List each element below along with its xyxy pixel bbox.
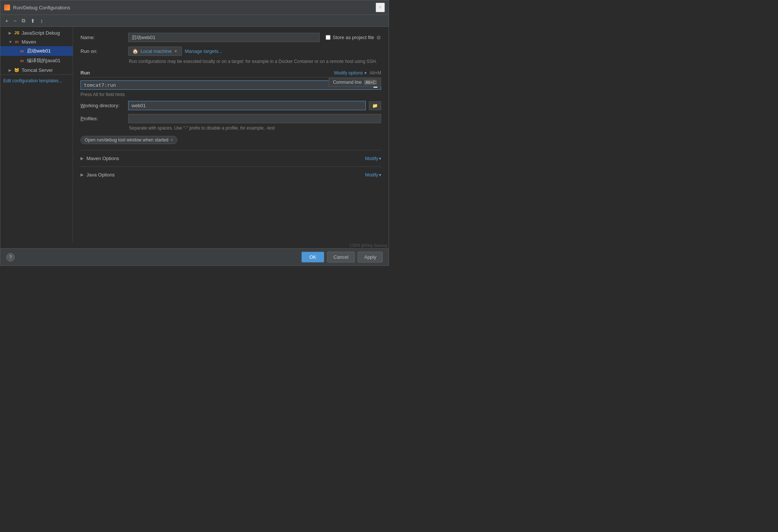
sidebar-item-maven[interactable]: ▼ m Maven [0,37,73,46]
maven-options-header[interactable]: ▶ Maven Options Modify ▾ [80,154,381,163]
chevron-down-icon: ▾ [364,70,367,76]
manage-targets-link[interactable]: Manage targets... [185,48,222,54]
bottom-container: CSDN @Ding Jiaxlong ? OK Cancel Apply [0,243,389,265]
settings-gear-icon[interactable]: ⚙ [376,35,381,41]
java-options-arrow: ▶ [80,172,83,177]
profiles-input[interactable] [128,114,381,123]
sidebar: ▶ JS JavaScript Debug ▼ m Maven m 启动web0… [0,27,73,243]
edit-templates-link[interactable]: Edit configuration templates... [3,78,62,83]
title-bar: Run/Debug Configurations × [0,0,389,15]
maven-item-icon-2: m [19,58,25,64]
run-section-title: Run [80,70,90,76]
java-modify-label: Modify [365,172,378,178]
js-icon: JS [14,30,20,36]
field-hints: Press Alt for field hints [80,92,381,97]
maven-options-title-group: ▶ Maven Options [80,156,119,161]
java-options-title-group: ▶ Java Options [80,172,115,178]
apply-button[interactable]: Apply [358,252,383,262]
main-content: ▶ JS JavaScript Debug ▼ m Maven m 启动web0… [0,27,389,243]
maven-item-icon: m [19,48,25,54]
sidebar-item-label: Tomcat Server [22,67,53,73]
tag-close-button[interactable]: × [171,137,173,143]
sidebar-item-tomcat-server[interactable]: ▶ 🐱 Tomcat Server [0,66,73,74]
profiles-row: Profiles: [80,114,381,123]
name-section: Name: [80,33,320,42]
sidebar-item-label: JavaScript Debug [22,30,60,36]
java-options-label: Java Options [86,172,115,178]
working-dir-row: Working directory: 📁 [80,101,381,110]
maven-options-arrow: ▶ [80,156,83,161]
maven-modify-chevron-icon: ▾ [379,156,381,161]
working-dir-input[interactable] [128,101,366,110]
open-tool-window-tag: Open run/debug tool window when started … [80,136,177,144]
move-config-button[interactable]: ⬆ [29,17,37,25]
java-options-modify-button[interactable]: Modify ▾ [365,172,381,178]
java-options-section: ▶ Java Options Modify ▾ [80,166,381,183]
tomcat-icon: 🐱 [14,67,20,73]
tag-row: Open run/debug tool window when started … [80,136,381,144]
home-icon: 🏠 [132,48,138,54]
java-modify-chevron-icon: ▾ [379,172,381,178]
app-icon [4,4,10,10]
modify-options-label: Modify options [334,70,363,76]
run-on-dropdown[interactable]: 🏠 Local machine ▼ [128,47,182,56]
maven-modify-label: Modify [365,156,378,161]
name-input[interactable] [128,33,320,42]
tomcat-arrow: ▶ [9,68,14,72]
modify-options[interactable]: Modify options ▾ Alt+M Command line Alt+… [334,70,381,76]
browse-working-dir-button[interactable]: 📁 [369,101,381,110]
run-on-label: Run on: [80,48,125,54]
sidebar-footer: Edit configuration templates... [0,74,73,86]
store-row: Store as project file ⚙ [326,35,381,41]
sidebar-item-javascript-debug[interactable]: ▶ JS JavaScript Debug [0,28,73,37]
maven-options-section: ▶ Maven Options Modify ▾ [80,150,381,166]
maven-options-modify-button[interactable]: Modify ▾ [365,156,381,161]
store-as-project-checkbox[interactable] [326,35,331,40]
store-as-project-label: Store as project file [333,35,374,40]
add-config-button[interactable]: + [3,17,10,25]
js-debug-arrow: ▶ [9,31,14,35]
ok-button[interactable]: OK [301,252,324,262]
run-on-hint: Run configurations may be executed local… [129,59,381,64]
dialog-title: Run/Debug Configurations [13,5,376,10]
sort-config-button[interactable]: ↕ [38,17,45,25]
run-on-row: Run on: 🏠 Local machine ▼ Manage targets… [80,47,381,56]
dropdown-chevron-icon: ▼ [174,49,178,53]
name-label: Name: [80,35,125,40]
toolbar: + − ⧉ ⬆ ↕ [0,15,389,27]
run-section-header: Run Modify options ▾ Alt+M Command line … [80,70,381,77]
maven-options-label: Maven Options [86,156,119,161]
watermark: CSDN @Ding Jiaxlong [0,243,389,248]
run-on-value: Local machine [140,48,172,54]
command-line-shortcut: Alt+C [364,80,377,85]
sidebar-item-label: 编译我的java01 [27,57,60,64]
run-debug-dialog: Run/Debug Configurations × + − ⧉ ⬆ ↕ ▶ J… [0,0,389,266]
sidebar-item-label: Maven [22,39,36,45]
bottom-bar: ? OK Cancel Apply [0,248,389,265]
sidebar-item-label: 启动web01 [27,48,51,54]
run-section: Run Modify options ▾ Alt+M Command line … [80,70,381,150]
remove-config-button[interactable]: − [12,17,18,25]
command-line-label: Command line [333,80,361,85]
java-options-header[interactable]: ▶ Java Options Modify ▾ [80,171,381,179]
sidebar-item-maven-web01[interactable]: m 启动web01 [0,46,73,56]
action-buttons: OK Cancel Apply [301,252,383,262]
name-store-row: Name: Store as project file ⚙ [80,33,381,42]
command-line-tooltip: Command line Alt+C [329,78,381,87]
working-dir-label: Working directory: [80,103,125,108]
close-button[interactable]: × [376,3,385,12]
sidebar-item-maven-java01[interactable]: m 编译我的java01 [0,56,73,66]
tag-label: Open run/debug tool window when started [85,137,168,143]
modify-options-shortcut: Alt+M [370,70,381,76]
profiles-label: Profiles: [80,116,125,121]
right-panel: Name: Store as project file ⚙ Run on: 🏠 … [73,27,389,243]
copy-config-button[interactable]: ⧉ [20,16,27,25]
profiles-hint: Separate with spaces. Use "-" prefix to … [129,125,381,131]
help-button[interactable]: ? [6,253,15,261]
maven-icon: m [14,39,20,45]
cancel-button[interactable]: Cancel [327,252,355,262]
maven-arrow: ▼ [9,40,14,44]
